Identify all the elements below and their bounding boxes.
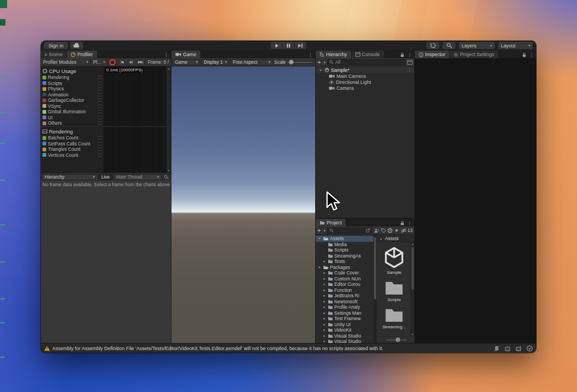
progress-check-icon[interactable] <box>526 345 533 352</box>
panel-menu-icon[interactable]: ⋮ <box>529 53 534 58</box>
legend-item[interactable]: UI <box>41 115 103 121</box>
thread-dropdown[interactable]: Main Thread▾ <box>114 174 162 180</box>
pause-button[interactable] <box>283 42 294 49</box>
cloud-button[interactable] <box>70 42 83 49</box>
automation-icon[interactable] <box>515 346 521 352</box>
profiler-modules-dropdown[interactable]: Profiler Modules▾ <box>41 58 91 66</box>
drag-handle-icon[interactable] <box>97 76 102 79</box>
prev-frame-button[interactable]: ▶| <box>126 60 136 64</box>
legend-item[interactable]: Animation <box>41 92 103 98</box>
tree-arrow-icon[interactable]: ▸ <box>322 311 327 315</box>
project-tree-row[interactable]: ▸ VideoKit <box>316 327 373 333</box>
asset-item[interactable]: Scripts <box>379 279 409 302</box>
legend-item[interactable]: Triangles Count <box>41 146 103 152</box>
asset-item[interactable]: Streaming... <box>379 307 409 329</box>
project-tree-row[interactable]: StreamingAs <box>316 253 373 259</box>
project-tree-row[interactable]: ▸ Newtonsoft <box>316 299 373 305</box>
rendering-chart[interactable] <box>103 127 166 173</box>
legend-item[interactable]: GarbageCollector <box>41 97 103 103</box>
label-filter-icon[interactable] <box>381 228 386 233</box>
tab-profiler[interactable]: Profiler <box>67 51 97 58</box>
project-tree-row[interactable]: Scripts <box>316 247 373 253</box>
scrollbar-thumb[interactable] <box>374 237 376 299</box>
legend-item[interactable]: Scripts <box>41 81 103 87</box>
thumbnail-slider-knob[interactable] <box>396 338 400 342</box>
scene-picker-icon[interactable] <box>407 60 413 65</box>
panel-menu-icon[interactable]: ⋮ <box>308 53 313 58</box>
drag-handle-icon[interactable] <box>97 116 102 119</box>
detail-search-icon[interactable] <box>164 175 169 180</box>
tree-arrow-icon[interactable]: ▸ <box>322 328 327 332</box>
scrollbar-thumb[interactable] <box>412 247 414 290</box>
project-tree-row[interactable]: ▾ Packages <box>316 265 373 271</box>
tree-arrow-icon[interactable]: ▸ <box>322 293 327 298</box>
drag-handle-icon[interactable] <box>97 110 102 113</box>
legend-item[interactable]: Vertices Count <box>41 152 103 158</box>
project-tree-row[interactable]: ▸ Tests <box>316 259 373 265</box>
bell-slash-icon[interactable] <box>494 346 500 352</box>
playmode-dropdown[interactable]: Pl...▾ <box>91 58 108 66</box>
rendering-module-header[interactable]: Rendering <box>41 127 103 135</box>
record-button[interactable] <box>108 58 117 66</box>
scene-menu-icon[interactable]: ⋮ <box>407 68 414 72</box>
project-tree-row[interactable]: ▸ Visual Studio <box>316 333 373 339</box>
panel-menu-icon[interactable]: ⋮ <box>407 221 412 226</box>
first-frame-button[interactable]: |◀ <box>117 60 126 64</box>
hidden-packages-toggle-icon[interactable] <box>388 228 392 233</box>
legend-item[interactable]: Global Illumination <box>41 109 103 115</box>
asset-pane-scrollbar[interactable]: ▲ ▼ <box>410 242 414 336</box>
open-search-window-icon[interactable] <box>366 228 370 232</box>
cpu-chart[interactable]: 0.1ms (10000FPS) <box>103 66 166 126</box>
hierarchy-item[interactable]: Directional Light <box>316 79 414 85</box>
drag-handle-icon[interactable] <box>97 148 102 151</box>
sign-in-button[interactable]: Sign in <box>44 42 68 49</box>
tab-scene[interactable]: # Scene <box>41 51 66 58</box>
project-tree-row[interactable]: ▸ Settings Man <box>316 310 373 316</box>
project-tree-row[interactable]: ▸ Unity UI <box>316 322 373 328</box>
project-tree-row[interactable]: ▸ Profile Analy <box>316 304 373 310</box>
drag-handle-icon[interactable] <box>97 105 102 108</box>
thumbnail-size-slider[interactable] <box>386 340 407 340</box>
game-viewport[interactable] <box>171 66 315 343</box>
project-tree-row[interactable]: Media <box>316 242 373 248</box>
layout-dropdown[interactable]: Layout▾ <box>498 42 533 49</box>
tab-console[interactable]: Console <box>352 51 384 58</box>
background-task-icon[interactable] <box>505 346 511 352</box>
tab-project-settings[interactable]: Project Settings <box>450 51 498 58</box>
tab-game[interactable]: Game <box>171 51 200 58</box>
project-tree-row[interactable]: ▸ Visual Studio <box>316 339 373 343</box>
tree-arrow-icon[interactable]: ▸ <box>322 259 327 264</box>
modules-scrollbar[interactable]: ▲ ▼ <box>166 66 171 173</box>
tree-arrow-icon[interactable]: ▸ <box>322 271 327 275</box>
hierarchy-item[interactable]: Main Camera <box>316 73 414 79</box>
tab-hierarchy[interactable]: Hierarchy <box>316 51 351 58</box>
tree-arrow-icon[interactable]: ▸ <box>322 316 327 321</box>
play-button[interactable] <box>271 42 283 49</box>
tree-arrow-icon[interactable]: ▾ <box>317 265 322 270</box>
panel-menu-icon[interactable]: ⋮ <box>164 53 169 58</box>
project-search-input[interactable] <box>327 228 373 234</box>
tree-arrow-icon[interactable]: ▸ <box>322 322 327 327</box>
asset-item[interactable]: Sample <box>379 246 409 275</box>
legend-item[interactable]: SetPass Calls Count <box>41 141 103 147</box>
search-button[interactable] <box>443 42 456 49</box>
cpu-module-header[interactable]: CPU Usage <box>41 66 103 75</box>
asset-breadcrumb[interactable]: ▴ Assets <box>377 235 414 242</box>
game-mode-dropdown[interactable]: Game▾ <box>173 59 200 65</box>
project-tree-row[interactable]: ▸ Editor Corou <box>316 281 373 287</box>
undo-history-button[interactable] <box>426 42 439 49</box>
step-button[interactable] <box>295 42 306 49</box>
collapse-arrow-icon[interactable]: ▾ <box>318 68 323 72</box>
drag-handle-icon[interactable] <box>97 154 102 157</box>
project-tree-row[interactable]: ▸ JetBrains Ri <box>316 293 373 299</box>
favorites-filter-icon[interactable]: ★ <box>394 228 398 233</box>
project-tree-row[interactable]: ▾ Assets <box>316 236 373 242</box>
project-tree-row[interactable]: ▸ Custom NUn <box>316 276 373 282</box>
aspect-dropdown[interactable]: Free Aspect▾ <box>231 59 273 65</box>
scale-slider-knob[interactable] <box>289 60 293 64</box>
detail-view-dropdown[interactable]: Hierarchy▾ <box>42 174 97 180</box>
lock-icon[interactable] <box>400 220 404 226</box>
display-dropdown[interactable]: Display 1▾ <box>201 59 229 65</box>
drag-handle-icon[interactable] <box>97 142 102 145</box>
tree-arrow-icon[interactable]: ▸ <box>322 339 327 343</box>
